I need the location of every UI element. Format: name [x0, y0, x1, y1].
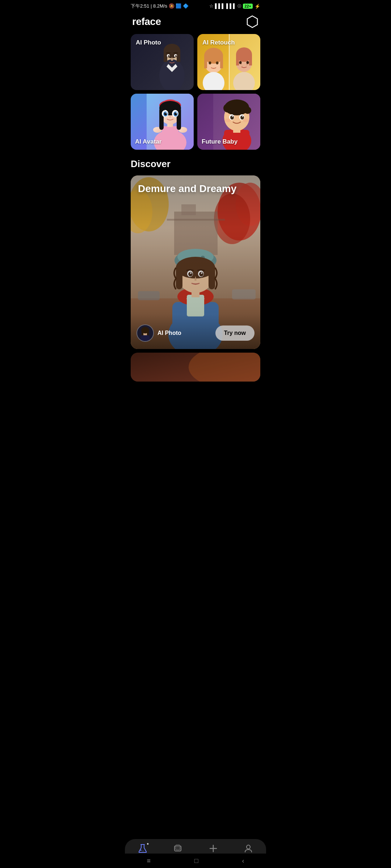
svg-point-16	[209, 61, 211, 64]
discover-section: Discover	[125, 158, 266, 418]
ai-photo-card-label: AI Photo	[136, 39, 161, 46]
app-logo: reface	[132, 16, 161, 27]
next-card-section: Repair Magic	[131, 353, 260, 418]
svg-point-22	[242, 66, 243, 67]
svg-rect-99	[131, 175, 260, 349]
svg-rect-104	[147, 330, 149, 335]
svg-rect-105	[141, 335, 150, 341]
svg-point-17	[216, 61, 219, 64]
svg-point-49	[169, 116, 171, 118]
ai-retouch-card-label: AI Retouch	[202, 39, 235, 46]
svg-point-11	[175, 55, 177, 57]
svg-rect-68	[233, 128, 240, 133]
ai-photo-person-illustration	[150, 39, 194, 90]
svg-point-66	[225, 119, 231, 122]
ai-avatar-card[interactable]: AI Avatar	[131, 94, 194, 150]
svg-point-65	[242, 116, 243, 117]
status-time: 下午2:51	[131, 3, 149, 9]
svg-rect-25	[249, 55, 252, 65]
svg-rect-15	[220, 56, 223, 68]
svg-point-27	[247, 61, 249, 64]
try-now-button[interactable]: Try now	[215, 326, 255, 341]
svg-point-10	[168, 55, 170, 57]
next-card-bg	[131, 353, 260, 382]
svg-point-59	[244, 107, 251, 114]
svg-marker-0	[247, 16, 257, 27]
next-card[interactable]: Repair Magic	[131, 353, 260, 382]
future-baby-card[interactable]: Future Baby	[197, 94, 260, 150]
status-speed: 8.2M/s	[153, 3, 167, 9]
status-time-speed: 下午2:51 | 8.2M/s 🔕 🟦 🔷	[131, 3, 189, 9]
discover-card-footer: AI Photo Try now	[136, 324, 255, 342]
svg-rect-14	[204, 56, 207, 68]
svg-point-3	[159, 59, 185, 90]
discover-title: Discover	[131, 158, 260, 170]
discover-card-info: AI Photo	[136, 324, 181, 342]
svg-point-48	[176, 112, 177, 114]
svg-point-67	[243, 119, 249, 122]
ai-retouch-left-illustration	[199, 39, 228, 90]
feature-cards-grid: AI Photo	[125, 34, 266, 158]
ai-retouch-card[interactable]: AI Retouch	[197, 34, 260, 90]
svg-point-21	[246, 64, 248, 65]
ai-retouch-right-illustration	[230, 39, 258, 90]
discover-card-title: Demure and Dreamy	[138, 183, 236, 195]
svg-rect-103	[142, 330, 143, 335]
battery-icon: ⚡	[255, 4, 260, 9]
future-baby-card-label: Future Baby	[202, 138, 237, 145]
svg-point-26	[239, 61, 242, 64]
svg-point-28	[233, 72, 255, 90]
discover-card-category: AI Photo	[157, 330, 181, 336]
discover-card-background	[131, 175, 260, 349]
discover-avatar	[136, 324, 154, 342]
status-bar: 下午2:51 | 8.2M/s 🔕 🟦 🔷 ☆ ▌▌▌ ▌▌▌ ⦾ 22+ ⚡	[125, 0, 266, 11]
discover-featured-card[interactable]: Demure and Dreamy AI Photo Try now	[131, 175, 260, 349]
svg-point-47	[166, 112, 167, 114]
status-icons: ☆ ▌▌▌ ▌▌▌ ⦾ 22+ ⚡	[209, 3, 260, 9]
settings-button[interactable]	[246, 15, 259, 28]
svg-point-107	[189, 353, 260, 382]
ai-photo-card[interactable]: AI Photo	[131, 34, 194, 90]
app-header: reface	[125, 11, 266, 34]
battery-badge: 22+	[243, 4, 253, 9]
ai-avatar-card-label: AI Avatar	[135, 138, 161, 145]
svg-rect-24	[236, 55, 239, 65]
svg-rect-33	[162, 126, 178, 144]
svg-point-18	[203, 72, 224, 90]
svg-point-64	[232, 116, 233, 117]
